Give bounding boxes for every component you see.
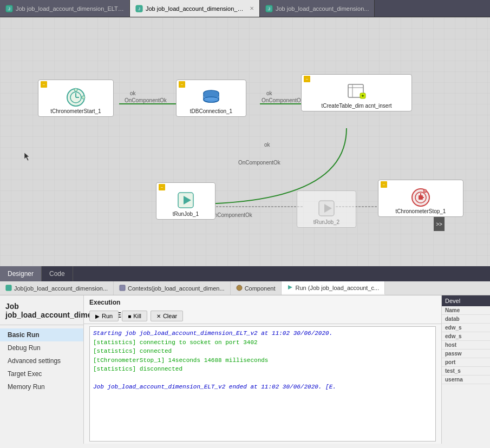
- dev-key-passw: passw: [445, 351, 462, 357]
- job-icon-3: J: [265, 5, 273, 12]
- bottom-tab-contexts-icon: [119, 285, 126, 292]
- clear-button[interactable]: ✕ Clear: [151, 311, 183, 321]
- dev-row-test: test_s: [442, 367, 490, 375]
- sidebar-debug-run[interactable]: Debug Run: [0, 341, 83, 354]
- sidebar-advanced-settings[interactable]: Advanced settings: [0, 354, 83, 367]
- console-line-5: [93, 374, 432, 383]
- job-title: Job job_load_account_dimension_ELT_v2: [0, 300, 83, 325]
- dev-row-port: port: [442, 358, 490, 367]
- node-run-job-2[interactable]: tRunJob_2: [297, 190, 356, 228]
- node-label-run-job-1: tRunJob_1: [161, 211, 211, 217]
- node-create-table[interactable]: − tCreateTable_dim acnt_insert: [301, 74, 412, 111]
- svg-text:J: J: [138, 6, 140, 11]
- tab-3-label: Job job_load_account_dimension...: [276, 5, 369, 12]
- kill-button[interactable]: ■ Kill: [122, 311, 147, 321]
- chrono-stop-icon: [411, 188, 430, 207]
- tab-2-label: Job job_load_account_dimension_ELT_...: [146, 5, 245, 12]
- svg-point-36: [237, 285, 242, 291]
- node-db-connection[interactable]: − tDBConnection_1: [176, 80, 246, 117]
- node-minimize-1[interactable]: −: [41, 81, 47, 88]
- conn-label-1a: ok: [130, 90, 136, 96]
- left-sidebar: Job job_load_account_dimension_ELT_v2 Ba…: [0, 295, 84, 444]
- db-connection-icon: [201, 88, 221, 107]
- sidebar-target-exec[interactable]: Target Exec: [0, 367, 83, 380]
- main-content: Job job_load_account_dimension_ELT_v2 Ba…: [0, 295, 490, 444]
- chrono-start-icon: [66, 88, 86, 107]
- dev-row-name: Name: [442, 306, 490, 315]
- node-minimize-4[interactable]: −: [159, 184, 165, 190]
- code-tab[interactable]: Code: [42, 266, 73, 281]
- dev-panel: Devel Name datab edw_s edw_s host passw …: [441, 295, 490, 444]
- job-icon-2: J: [135, 5, 143, 12]
- dev-key-host: host: [445, 342, 456, 348]
- node-minimize-3[interactable]: −: [304, 76, 310, 82]
- run-job-icon-2: [317, 199, 336, 218]
- run-button[interactable]: ▶ Run: [89, 311, 119, 321]
- run-label: Run: [102, 313, 113, 319]
- dev-key-edw1: edw_s: [445, 325, 462, 331]
- conn-label-3a: ok: [264, 142, 270, 148]
- dev-key-datab: datab: [445, 316, 460, 322]
- dev-key-port: port: [445, 359, 455, 365]
- designer-tab[interactable]: Designer: [0, 266, 42, 281]
- svg-rect-34: [6, 285, 11, 291]
- clear-label: Clear: [163, 313, 177, 319]
- svg-point-17: [204, 97, 219, 102]
- tab-2-close[interactable]: ✕: [250, 5, 254, 11]
- svg-text:J: J: [8, 6, 10, 11]
- svg-point-15: [82, 96, 85, 99]
- dev-row-edw1: edw_s: [442, 324, 490, 332]
- sidebar-memory-run[interactable]: Memory Run: [0, 380, 83, 393]
- console-line-1: [statistics] connecting to socket on por…: [93, 338, 432, 347]
- node-run-job-1[interactable]: − tRunJob_1: [156, 182, 215, 220]
- dev-panel-header: Devel: [442, 295, 490, 306]
- canvas-area[interactable]: ok OnComponentOk ok OnComponentOk ok OnC…: [0, 17, 490, 266]
- execution-toolbar: ▶ Run ■ Kill ✕ Clear: [84, 308, 441, 324]
- right-content: Execution ▶ Run ■ Kill ✕ Clear Starting …: [84, 295, 441, 444]
- bottom-tab-job-icon: [5, 285, 12, 292]
- cursor: [24, 153, 31, 159]
- console-line-3: [tChronometerStop_1] 14seconds 14688 mil…: [93, 356, 432, 365]
- svg-rect-32: [419, 195, 423, 200]
- svg-point-33: [423, 189, 427, 193]
- tab-2[interactable]: J Job job_load_account_dimension_ELT_...…: [130, 0, 260, 17]
- svg-text:J: J: [268, 6, 270, 11]
- console-line-4: [statistics] disconnected: [93, 365, 432, 374]
- console-line-0: Starting job job_load_account_dimension_…: [93, 329, 432, 338]
- node-label-chrono-stop: tChronometerStop_1: [383, 208, 459, 214]
- node-chrono-stop[interactable]: − tChronometerStop_1: [378, 180, 463, 217]
- bottom-tab-job[interactable]: Job(job_load_account_dimension...: [0, 281, 114, 295]
- svg-rect-35: [120, 285, 125, 291]
- bottom-tab-job-label: Job(job_load_account_dimension...: [14, 285, 108, 292]
- dev-key-test: test_s: [445, 368, 461, 374]
- dev-row-passw: passw: [442, 350, 490, 358]
- run-icon: ▶: [95, 313, 100, 319]
- tab-1[interactable]: J Job job_load_account_dimension_ELT_par…: [0, 0, 130, 17]
- designer-tab-label: Designer: [8, 270, 34, 278]
- dev-key-userna: userna: [445, 377, 463, 383]
- bottom-tab-contexts[interactable]: Contexts(job_load_account_dimen...: [114, 281, 231, 295]
- node-minimize-5[interactable]: −: [381, 181, 387, 188]
- view-tabs: Designer Code: [0, 266, 490, 281]
- node-label-db: tDBConnection_1: [181, 108, 241, 114]
- sidebar-basic-run[interactable]: Basic Run: [0, 328, 83, 341]
- run-job-icon-1: [176, 190, 195, 210]
- conn-label-1b: OnComponentOk: [125, 97, 167, 103]
- tab-3[interactable]: J Job job_load_account_dimension...: [260, 0, 375, 17]
- node-chrono-start[interactable]: − tChronometerStart_1: [38, 80, 114, 117]
- connections-svg: [0, 17, 490, 266]
- svg-marker-37: [288, 285, 292, 289]
- bottom-tab-component[interactable]: Component: [231, 281, 282, 295]
- bottom-tab-component-label: Component: [245, 285, 276, 292]
- console-output[interactable]: Starting job job_load_account_dimension_…: [89, 326, 436, 442]
- dev-row-datab: datab: [442, 315, 490, 324]
- bottom-tab-run[interactable]: Run (Job job_load_account_c...: [282, 281, 386, 295]
- conn-label-3b: OnComponentOk: [238, 160, 280, 166]
- node-label-chrono-start: tChronometerStart_1: [43, 108, 109, 114]
- bottom-panel: Job(job_load_account_dimension... Contex…: [0, 281, 490, 444]
- conn-label-4: OnComponentOk: [210, 212, 252, 218]
- bottom-tab-bar: Job(job_load_account_dimension... Contex…: [0, 281, 490, 295]
- node-minimize-2[interactable]: −: [179, 81, 185, 88]
- bottom-tab-component-icon: [236, 285, 243, 292]
- code-tab-label: Code: [49, 270, 65, 278]
